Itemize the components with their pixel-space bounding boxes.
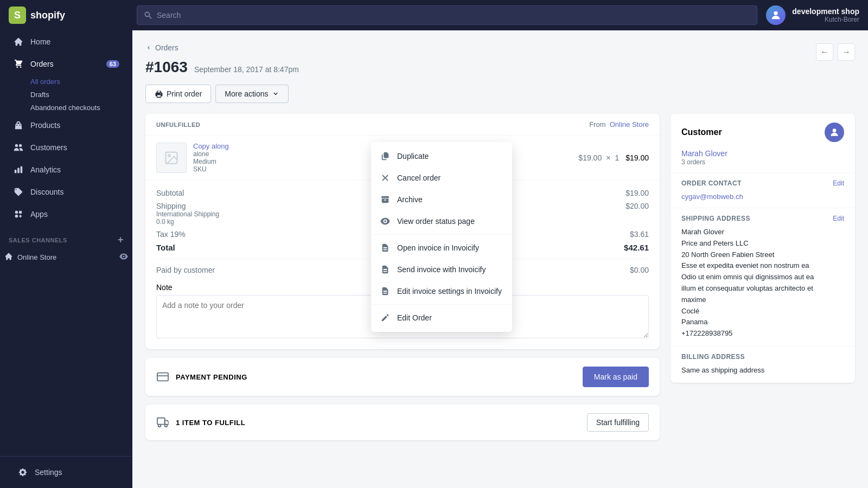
shipping-address-section: SHIPPING ADDRESS Edit Marah Glover Price… (671, 208, 855, 346)
contact-edit-link[interactable]: Edit (833, 179, 844, 187)
dropdown-item-edit-invoice[interactable]: Edit invoice settings in Invoicify (371, 280, 512, 302)
shipping-line1: Esse et expedita eveniet non nostrum ea (681, 260, 844, 272)
products-icon (13, 120, 24, 131)
truck-icon (156, 416, 169, 429)
sidebar-discounts-label: Discounts (30, 188, 63, 196)
item-price: $19.00 × 1 (578, 153, 619, 162)
action-bar: Print order More actions (145, 85, 855, 103)
item-image (156, 143, 187, 173)
dropdown-item-send-invoice[interactable]: Send invoice with Invoicify (371, 259, 512, 280)
settings-label: Settings (35, 468, 62, 477)
source-link[interactable]: Online Store (610, 120, 649, 129)
shop-info: development shop Kutch-Borer (792, 7, 859, 23)
shop-name: development shop (792, 7, 859, 16)
search-bar[interactable]: Search (137, 5, 757, 25)
print-label: Print order (167, 89, 202, 98)
edit-invoice-icon (380, 286, 391, 297)
sidebar-analytics-label: Analytics (30, 165, 61, 174)
add-channel-icon[interactable]: + (118, 234, 124, 246)
total-label: Total (156, 243, 175, 252)
shipping-value: $20.00 (626, 202, 649, 226)
breadcrumb-label: Orders (155, 43, 178, 52)
eye-icon[interactable] (119, 252, 128, 262)
paid-label: Paid by customer (156, 266, 215, 274)
prev-arrow[interactable]: ← (816, 43, 833, 61)
shipping-edit-link[interactable]: Edit (833, 215, 844, 222)
open-invoice-icon (380, 242, 391, 253)
sidebar-apps-label: Apps (30, 210, 48, 219)
sidebar-sub-drafts[interactable]: Drafts (4, 88, 128, 101)
order-contact-title: ORDER CONTACT Edit (681, 179, 844, 187)
order-header: #1063 September 18, 2017 at 8:47pm (145, 59, 855, 76)
total-value: $42.61 (624, 243, 649, 252)
svg-point-8 (833, 129, 837, 132)
print-order-button[interactable]: Print order (145, 85, 211, 103)
unfulfilled-label: UNFULFILLED (156, 121, 200, 128)
dropdown-item-edit-order[interactable]: Edit Order (371, 307, 512, 329)
edit-order-label: Edit Order (397, 313, 432, 322)
orders-badge: 63 (106, 60, 119, 68)
subtotal-value: $19.00 (626, 189, 649, 197)
sidebar-item-customers[interactable]: Customers (4, 137, 128, 158)
dropdown-item-open-invoice[interactable]: Open invoice in Invoicify (371, 237, 512, 259)
more-actions-button[interactable]: More actions (215, 85, 288, 103)
sidebar-item-online-store[interactable]: Online Store (0, 248, 132, 267)
shipping-label: Shipping International Shipping 0.0 kg (156, 202, 219, 226)
sidebar-item-analytics[interactable]: Analytics (4, 159, 128, 181)
dropdown-item-duplicate[interactable]: Duplicate (371, 145, 512, 167)
more-actions-label: More actions (225, 89, 268, 98)
shipping-address-title: SHIPPING ADDRESS Edit (681, 215, 844, 222)
main-content: Orders ← → #1063 September 18, 2017 at 8… (132, 30, 868, 488)
customer-email[interactable]: cygav@mobweb.ch (681, 192, 743, 201)
discounts-icon (13, 187, 24, 197)
nav-arrows: ← → (816, 43, 855, 61)
sidebar-bottom: Settings (0, 456, 132, 488)
sidebar-item-discounts[interactable]: Discounts (4, 181, 128, 203)
send-invoice-label: Send invoice with Invoicify (397, 265, 486, 274)
dropdown-item-view-status[interactable]: View order status page (371, 210, 512, 232)
archive-icon (380, 194, 391, 205)
dropdown-item-cancel[interactable]: Cancel order (371, 167, 512, 189)
customers-icon (13, 142, 24, 153)
sidebar-item-apps[interactable]: Apps (4, 203, 128, 225)
chevron-down-icon (272, 90, 279, 98)
topbar: S shopify Search development shop Kutch-… (0, 0, 868, 30)
customer-info: Marah Glover 3 orders (671, 149, 855, 172)
sales-channels-label: Sales Channels (9, 237, 67, 243)
fulfill-label: 1 ITEM TO FULFILL (176, 419, 580, 427)
view-status-label: View order status page (397, 217, 475, 226)
credit-card-icon (156, 370, 169, 383)
dropdown-divider-2 (371, 304, 512, 305)
order-number: #1063 (145, 59, 188, 76)
shipping-company: Price and Peters LLC (681, 238, 844, 249)
tax-label: Tax 19% (156, 230, 186, 239)
next-arrow[interactable]: → (838, 43, 855, 61)
sidebar-item-orders[interactable]: Orders 63 (4, 53, 128, 75)
customer-avatar (825, 123, 844, 142)
sidebar-sub-abandoned[interactable]: Abandoned checkouts (4, 101, 128, 114)
start-fulfilling-button[interactable]: Start fulfilling (587, 413, 649, 432)
duplicate-icon (380, 151, 391, 162)
mark-paid-button[interactable]: Mark as paid (583, 367, 649, 387)
shipping-country: Panama (681, 317, 844, 328)
search-placeholder: Search (157, 11, 181, 20)
breadcrumb[interactable]: Orders (145, 43, 855, 52)
online-store-label: Online Store (17, 253, 56, 261)
sidebar: Home Orders 63 All orders Drafts Abandon… (0, 30, 132, 488)
sidebar-item-products[interactable]: Products (4, 114, 128, 136)
dropdown-menu: Duplicate Cancel order Archive (371, 142, 512, 332)
order-source: From Online Store (589, 120, 649, 129)
customer-card-header: Customer (671, 114, 855, 149)
fulfill-banner: 1 ITEM TO FULFILL Start fulfilling (145, 404, 660, 440)
sidebar-item-settings[interactable]: Settings (9, 461, 124, 483)
customer-name-link[interactable]: Marah Glover (681, 149, 727, 158)
from-label: From (589, 120, 605, 129)
right-column: Customer Marah Glover 3 orders ORDER CON… (671, 114, 855, 440)
dropdown-item-archive[interactable]: Archive (371, 189, 512, 210)
orders-icon (13, 59, 24, 69)
sidebar-products-label: Products (30, 121, 60, 130)
shipping-address: Marah Glover Price and Peters LLC 20 Nor… (681, 227, 844, 339)
paid-value: $0.00 (630, 266, 649, 274)
sidebar-sub-all-orders[interactable]: All orders (4, 75, 128, 88)
sidebar-item-home[interactable]: Home (4, 31, 128, 53)
